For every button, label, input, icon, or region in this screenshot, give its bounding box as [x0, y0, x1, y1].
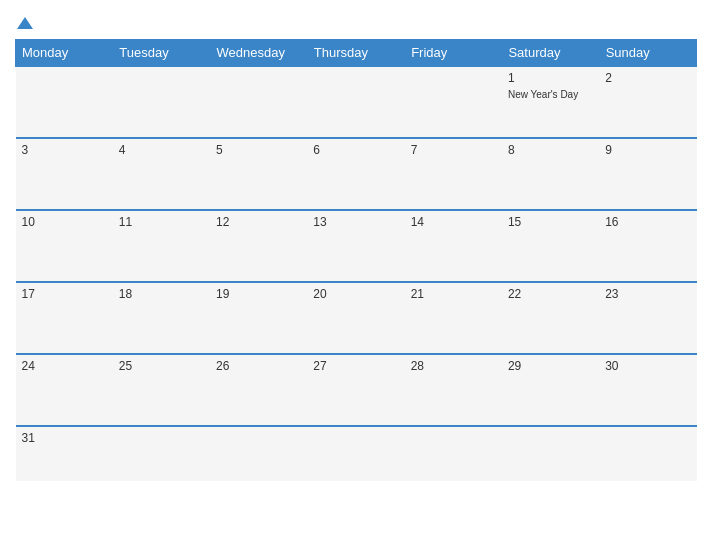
- day-cell: 27: [307, 354, 404, 426]
- day-cell: 9: [599, 138, 696, 210]
- day-cell: 20: [307, 282, 404, 354]
- col-header-friday: Friday: [405, 40, 502, 67]
- day-cell: 3: [16, 138, 113, 210]
- calendar-header: [15, 10, 697, 31]
- day-number: 2: [605, 71, 690, 85]
- day-cell: 23: [599, 282, 696, 354]
- day-cell: 22: [502, 282, 599, 354]
- logo-triangle-icon: [17, 15, 33, 31]
- day-cell: [113, 426, 210, 481]
- day-cell: 8: [502, 138, 599, 210]
- day-cell: 6: [307, 138, 404, 210]
- logo: [15, 10, 33, 31]
- day-cell: 14: [405, 210, 502, 282]
- col-header-thursday: Thursday: [307, 40, 404, 67]
- day-cell: [307, 426, 404, 481]
- holiday-label: New Year's Day: [508, 89, 578, 100]
- day-number: 14: [411, 215, 496, 229]
- day-number: 16: [605, 215, 690, 229]
- day-number: 25: [119, 359, 204, 373]
- day-number: 27: [313, 359, 398, 373]
- calendar-container: MondayTuesdayWednesdayThursdayFridaySatu…: [0, 0, 712, 550]
- day-cell: 1New Year's Day: [502, 66, 599, 138]
- week-row-2: 3456789: [16, 138, 697, 210]
- day-cell: [210, 426, 307, 481]
- day-cell: 25: [113, 354, 210, 426]
- day-number: 23: [605, 287, 690, 301]
- day-number: 18: [119, 287, 204, 301]
- day-cell: 12: [210, 210, 307, 282]
- day-number: 10: [22, 215, 107, 229]
- calendar-table: MondayTuesdayWednesdayThursdayFridaySatu…: [15, 39, 697, 481]
- day-cell: 24: [16, 354, 113, 426]
- week-row-6: 31: [16, 426, 697, 481]
- col-header-tuesday: Tuesday: [113, 40, 210, 67]
- svg-marker-0: [17, 17, 33, 29]
- day-number: 24: [22, 359, 107, 373]
- day-number: 20: [313, 287, 398, 301]
- week-row-5: 24252627282930: [16, 354, 697, 426]
- week-row-3: 10111213141516: [16, 210, 697, 282]
- day-cell: 19: [210, 282, 307, 354]
- day-number: 26: [216, 359, 301, 373]
- day-cell: 2: [599, 66, 696, 138]
- day-cell: [307, 66, 404, 138]
- day-number: 11: [119, 215, 204, 229]
- day-number: 21: [411, 287, 496, 301]
- day-number: 15: [508, 215, 593, 229]
- day-number: 31: [22, 431, 107, 445]
- column-headers-row: MondayTuesdayWednesdayThursdayFridaySatu…: [16, 40, 697, 67]
- day-number: 8: [508, 143, 593, 157]
- day-cell: 13: [307, 210, 404, 282]
- col-header-saturday: Saturday: [502, 40, 599, 67]
- day-cell: 28: [405, 354, 502, 426]
- day-cell: 10: [16, 210, 113, 282]
- day-cell: 21: [405, 282, 502, 354]
- col-header-monday: Monday: [16, 40, 113, 67]
- day-number: 3: [22, 143, 107, 157]
- day-cell: [405, 426, 502, 481]
- day-cell: 31: [16, 426, 113, 481]
- day-cell: 15: [502, 210, 599, 282]
- day-number: 17: [22, 287, 107, 301]
- day-cell: 7: [405, 138, 502, 210]
- day-cell: 17: [16, 282, 113, 354]
- day-cell: [502, 426, 599, 481]
- day-cell: [113, 66, 210, 138]
- day-number: 30: [605, 359, 690, 373]
- day-number: 13: [313, 215, 398, 229]
- day-cell: 5: [210, 138, 307, 210]
- day-number: 1: [508, 71, 593, 85]
- day-number: 9: [605, 143, 690, 157]
- day-cell: 18: [113, 282, 210, 354]
- day-cell: 4: [113, 138, 210, 210]
- day-cell: [405, 66, 502, 138]
- day-cell: 16: [599, 210, 696, 282]
- day-cell: [210, 66, 307, 138]
- day-number: 6: [313, 143, 398, 157]
- day-cell: [16, 66, 113, 138]
- col-header-sunday: Sunday: [599, 40, 696, 67]
- day-number: 29: [508, 359, 593, 373]
- day-number: 5: [216, 143, 301, 157]
- day-number: 28: [411, 359, 496, 373]
- day-number: 22: [508, 287, 593, 301]
- day-cell: 26: [210, 354, 307, 426]
- day-cell: 30: [599, 354, 696, 426]
- col-header-wednesday: Wednesday: [210, 40, 307, 67]
- day-cell: [599, 426, 696, 481]
- day-cell: 11: [113, 210, 210, 282]
- day-cell: 29: [502, 354, 599, 426]
- week-row-1: 1New Year's Day2: [16, 66, 697, 138]
- day-number: 19: [216, 287, 301, 301]
- day-number: 12: [216, 215, 301, 229]
- day-number: 7: [411, 143, 496, 157]
- day-number: 4: [119, 143, 204, 157]
- week-row-4: 17181920212223: [16, 282, 697, 354]
